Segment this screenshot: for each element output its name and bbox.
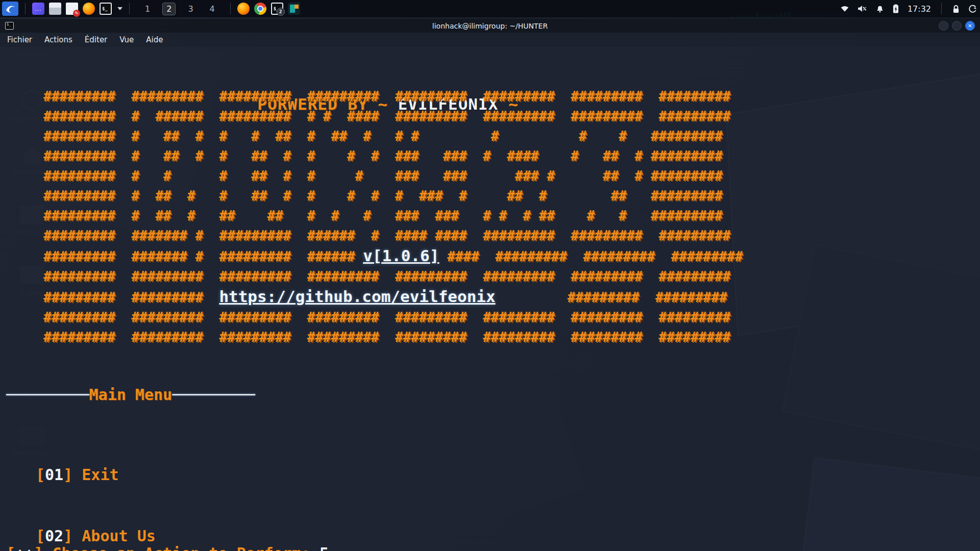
pencil-badge-icon: ✎ <box>73 10 80 17</box>
battery-charging-icon[interactable] <box>892 4 899 13</box>
menu-aide[interactable]: Aide <box>146 35 163 44</box>
bracket: [ <box>36 466 45 484</box>
window-menubar: Fichier Actions Éditer Vue Aide <box>0 33 980 47</box>
ascii-art-top: ######### ######### ######### ######### … <box>43 87 743 246</box>
panel-separator <box>25 3 26 14</box>
volume-muted-icon[interactable] <box>857 5 868 13</box>
prompt-input-value[interactable]: 5 <box>320 544 329 551</box>
window-controls: ✕ <box>939 21 975 31</box>
dash-line-left: ───────── <box>6 386 89 404</box>
workspace-4[interactable]: 4 <box>206 3 218 15</box>
ascii-art-mid: ######### ######### ######### ######### … <box>43 267 743 287</box>
ascii-art-banner: ######### ######### ######### ######### … <box>43 87 743 347</box>
firefox-launcher-icon[interactable] <box>83 3 95 15</box>
panel-right-cluster: 17:32 <box>840 0 977 17</box>
art-segment: ######### ######### <box>496 290 727 305</box>
folder-app-icon[interactable] <box>49 3 61 15</box>
item-label: About Us <box>82 527 156 545</box>
menu-vue[interactable]: Vue <box>119 35 134 44</box>
panel-separator <box>941 3 942 14</box>
window-title: lionhack@ilimigroup: ~/HUNTER <box>0 22 980 30</box>
bracket: ] <box>63 527 72 545</box>
menu-item-about-us[interactable]: [02] About Us <box>36 526 229 546</box>
menu-item-exit[interactable]: [01] Exit <box>36 465 229 485</box>
minimize-button[interactable] <box>939 21 948 31</box>
prompt-marker: ++ <box>15 544 34 551</box>
logout-power-icon[interactable] <box>968 5 977 13</box>
main-menu-title: Main Menu <box>89 386 173 404</box>
action-prompt[interactable]: [++] Choose an Action to Perform: 5 <box>6 544 329 551</box>
maximize-button[interactable] <box>952 21 962 31</box>
panel-separator <box>129 3 130 14</box>
notification-bell-icon[interactable] <box>876 5 884 13</box>
kali-logo-icon <box>5 4 15 14</box>
workspace-3[interactable]: 3 <box>184 3 197 15</box>
workspace-1[interactable]: 1 <box>141 3 154 15</box>
bracket: ] <box>63 466 72 484</box>
top-panel: ... ✎ $_ 1 2 3 4 $_ 2 <box>0 0 980 17</box>
clock[interactable]: 17:32 <box>908 4 931 14</box>
github-url-link[interactable]: https://github.com/evilfeonix <box>219 287 495 306</box>
item-label <box>72 527 82 545</box>
lock-screen-icon[interactable] <box>952 5 960 13</box>
bracket: [ <box>36 527 45 545</box>
text-editor-icon[interactable]: ✎ <box>66 3 78 15</box>
main-menu-heading: ─────────Main Menu───────── <box>6 386 255 404</box>
menu-actions[interactable]: Actions <box>44 35 72 44</box>
workspace-switcher: 1 2 3 4 <box>141 3 218 15</box>
close-button[interactable]: ✕ <box>965 21 975 31</box>
ascii-art-url-row: ######### ######### https://github.com/e… <box>43 287 743 308</box>
terminal-window-button[interactable]: $_ 2 <box>271 3 283 15</box>
bracket: ] <box>34 544 43 551</box>
bracket: [ <box>6 544 15 551</box>
ascii-art-version-row: ######### ####### # ######### ###### v[1… <box>43 246 743 267</box>
terminal-launcher-icon[interactable]: $_ <box>100 3 112 15</box>
app-window-button[interactable] <box>288 3 300 15</box>
item-label: Exit <box>82 466 118 484</box>
window-titlebar[interactable]: $_ lionhack@ilimigroup: ~/HUNTER ✕ <box>0 19 980 33</box>
item-label <box>72 466 82 484</box>
ascii-art-bottom: ######### ######### ######### ######### … <box>43 308 743 347</box>
version-text: v[1.0.6] <box>363 246 439 265</box>
terminal-window: $_ lionhack@ilimigroup: ~/HUNTER ✕ Fichi… <box>0 19 980 551</box>
applications-menu-button[interactable] <box>2 2 18 16</box>
item-number: 01 <box>45 466 63 484</box>
dash-line-right: ───────── <box>172 386 255 404</box>
panel-separator <box>230 3 231 14</box>
prompt-label: Choose an Action to Perform: <box>43 544 320 551</box>
chevron-down-icon[interactable] <box>117 7 122 10</box>
main-menu-list: [01] Exit [02] About Us [03] How it Work… <box>36 424 229 551</box>
dots-glyph: ... <box>35 6 42 12</box>
menu-fichier[interactable]: Fichier <box>7 35 32 44</box>
files-app-icon[interactable]: ... <box>32 3 44 15</box>
terminal-content[interactable]: PORWERED BY ~ EVILFEONIX ~ ######### ###… <box>0 47 980 551</box>
firefox-window-button[interactable] <box>237 3 250 15</box>
menu-editer[interactable]: Éditer <box>85 35 107 44</box>
item-number: 02 <box>45 527 63 545</box>
terminal-glyph: $_ <box>102 6 108 11</box>
art-segment: ######### ######### <box>43 290 219 305</box>
chrome-window-button[interactable] <box>254 3 266 15</box>
wifi-icon[interactable] <box>840 5 849 13</box>
art-segment: ######### ####### # ######### ###### <box>43 249 363 264</box>
art-segment: #### ######### ######### ######### <box>439 249 743 264</box>
panel-left-cluster: ... ✎ $_ 1 2 3 4 $_ 2 <box>0 2 300 16</box>
window-count-badge: 2 <box>277 8 285 16</box>
workspace-2-active[interactable]: 2 <box>163 3 175 15</box>
